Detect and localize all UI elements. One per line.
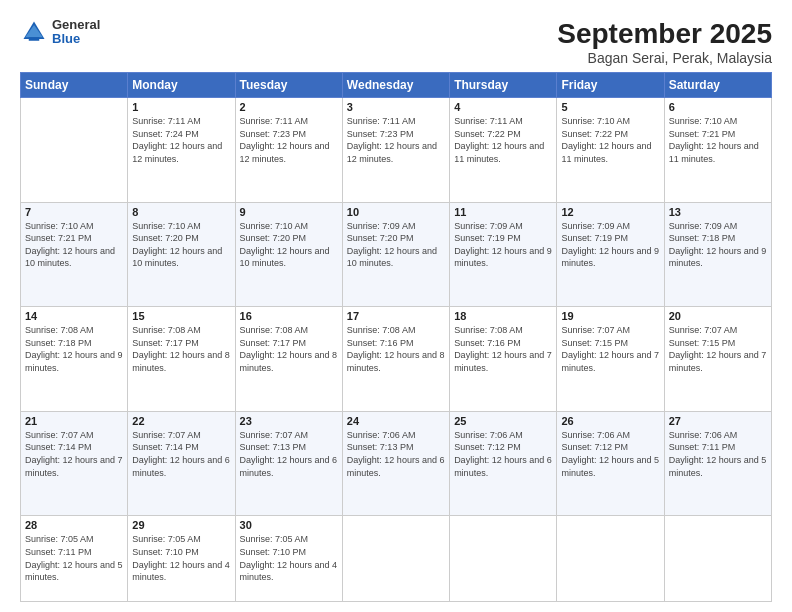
day-info: Sunrise: 7:08 AMSunset: 7:18 PMDaylight:…	[25, 324, 123, 374]
day-info: Sunrise: 7:08 AMSunset: 7:17 PMDaylight:…	[132, 324, 230, 374]
table-row: 11Sunrise: 7:09 AMSunset: 7:19 PMDayligh…	[450, 202, 557, 307]
month-title: September 2025	[557, 18, 772, 50]
day-number: 22	[132, 415, 230, 427]
table-row: 18Sunrise: 7:08 AMSunset: 7:16 PMDayligh…	[450, 307, 557, 412]
day-info: Sunrise: 7:05 AMSunset: 7:10 PMDaylight:…	[132, 533, 230, 583]
calendar-week-4: 21Sunrise: 7:07 AMSunset: 7:14 PMDayligh…	[21, 411, 772, 516]
table-row: 21Sunrise: 7:07 AMSunset: 7:14 PMDayligh…	[21, 411, 128, 516]
table-row: 16Sunrise: 7:08 AMSunset: 7:17 PMDayligh…	[235, 307, 342, 412]
table-row: 1Sunrise: 7:11 AMSunset: 7:24 PMDaylight…	[128, 98, 235, 203]
table-row: 9Sunrise: 7:10 AMSunset: 7:20 PMDaylight…	[235, 202, 342, 307]
table-row: 15Sunrise: 7:08 AMSunset: 7:17 PMDayligh…	[128, 307, 235, 412]
day-info: Sunrise: 7:05 AMSunset: 7:11 PMDaylight:…	[25, 533, 123, 583]
day-info: Sunrise: 7:07 AMSunset: 7:14 PMDaylight:…	[132, 429, 230, 479]
header-saturday: Saturday	[664, 73, 771, 98]
day-number: 28	[25, 519, 123, 531]
calendar-body: 1Sunrise: 7:11 AMSunset: 7:24 PMDaylight…	[21, 98, 772, 602]
day-info: Sunrise: 7:09 AMSunset: 7:20 PMDaylight:…	[347, 220, 445, 270]
day-number: 1	[132, 101, 230, 113]
header: General Blue September 2025 Bagan Serai,…	[20, 18, 772, 66]
day-info: Sunrise: 7:10 AMSunset: 7:22 PMDaylight:…	[561, 115, 659, 165]
logo-general: General	[52, 18, 100, 32]
page: General Blue September 2025 Bagan Serai,…	[0, 0, 792, 612]
day-info: Sunrise: 7:08 AMSunset: 7:17 PMDaylight:…	[240, 324, 338, 374]
day-number: 8	[132, 206, 230, 218]
day-info: Sunrise: 7:11 AMSunset: 7:24 PMDaylight:…	[132, 115, 230, 165]
logo-blue: Blue	[52, 32, 100, 46]
table-row: 28Sunrise: 7:05 AMSunset: 7:11 PMDayligh…	[21, 516, 128, 602]
day-number: 3	[347, 101, 445, 113]
day-info: Sunrise: 7:08 AMSunset: 7:16 PMDaylight:…	[454, 324, 552, 374]
table-row: 10Sunrise: 7:09 AMSunset: 7:20 PMDayligh…	[342, 202, 449, 307]
table-row: 5Sunrise: 7:10 AMSunset: 7:22 PMDaylight…	[557, 98, 664, 203]
calendar-week-2: 7Sunrise: 7:10 AMSunset: 7:21 PMDaylight…	[21, 202, 772, 307]
day-number: 27	[669, 415, 767, 427]
day-info: Sunrise: 7:07 AMSunset: 7:15 PMDaylight:…	[561, 324, 659, 374]
logo-text: General Blue	[52, 18, 100, 47]
table-row: 6Sunrise: 7:10 AMSunset: 7:21 PMDaylight…	[664, 98, 771, 203]
table-row: 23Sunrise: 7:07 AMSunset: 7:13 PMDayligh…	[235, 411, 342, 516]
day-number: 29	[132, 519, 230, 531]
table-row: 12Sunrise: 7:09 AMSunset: 7:19 PMDayligh…	[557, 202, 664, 307]
header-tuesday: Tuesday	[235, 73, 342, 98]
day-number: 18	[454, 310, 552, 322]
day-number: 14	[25, 310, 123, 322]
day-number: 11	[454, 206, 552, 218]
header-wednesday: Wednesday	[342, 73, 449, 98]
day-info: Sunrise: 7:10 AMSunset: 7:21 PMDaylight:…	[669, 115, 767, 165]
day-info: Sunrise: 7:07 AMSunset: 7:13 PMDaylight:…	[240, 429, 338, 479]
day-number: 17	[347, 310, 445, 322]
day-info: Sunrise: 7:09 AMSunset: 7:19 PMDaylight:…	[454, 220, 552, 270]
day-number: 10	[347, 206, 445, 218]
calendar-week-5: 28Sunrise: 7:05 AMSunset: 7:11 PMDayligh…	[21, 516, 772, 602]
day-info: Sunrise: 7:10 AMSunset: 7:20 PMDaylight:…	[240, 220, 338, 270]
day-info: Sunrise: 7:06 AMSunset: 7:12 PMDaylight:…	[561, 429, 659, 479]
table-row: 13Sunrise: 7:09 AMSunset: 7:18 PMDayligh…	[664, 202, 771, 307]
logo: General Blue	[20, 18, 100, 47]
day-number: 24	[347, 415, 445, 427]
day-number: 19	[561, 310, 659, 322]
table-row: 19Sunrise: 7:07 AMSunset: 7:15 PMDayligh…	[557, 307, 664, 412]
day-number: 5	[561, 101, 659, 113]
table-row: 7Sunrise: 7:10 AMSunset: 7:21 PMDaylight…	[21, 202, 128, 307]
day-number: 21	[25, 415, 123, 427]
day-number: 7	[25, 206, 123, 218]
day-info: Sunrise: 7:06 AMSunset: 7:12 PMDaylight:…	[454, 429, 552, 479]
svg-rect-2	[29, 38, 40, 42]
header-monday: Monday	[128, 73, 235, 98]
table-row: 30Sunrise: 7:05 AMSunset: 7:10 PMDayligh…	[235, 516, 342, 602]
day-info: Sunrise: 7:11 AMSunset: 7:22 PMDaylight:…	[454, 115, 552, 165]
table-row: 14Sunrise: 7:08 AMSunset: 7:18 PMDayligh…	[21, 307, 128, 412]
calendar-table: Sunday Monday Tuesday Wednesday Thursday…	[20, 72, 772, 602]
table-row: 25Sunrise: 7:06 AMSunset: 7:12 PMDayligh…	[450, 411, 557, 516]
day-number: 16	[240, 310, 338, 322]
day-info: Sunrise: 7:06 AMSunset: 7:13 PMDaylight:…	[347, 429, 445, 479]
header-friday: Friday	[557, 73, 664, 98]
table-row	[664, 516, 771, 602]
day-number: 13	[669, 206, 767, 218]
table-row	[21, 98, 128, 203]
day-number: 30	[240, 519, 338, 531]
day-number: 26	[561, 415, 659, 427]
logo-icon	[20, 18, 48, 46]
day-info: Sunrise: 7:09 AMSunset: 7:18 PMDaylight:…	[669, 220, 767, 270]
table-row: 3Sunrise: 7:11 AMSunset: 7:23 PMDaylight…	[342, 98, 449, 203]
header-row: Sunday Monday Tuesday Wednesday Thursday…	[21, 73, 772, 98]
table-row: 29Sunrise: 7:05 AMSunset: 7:10 PMDayligh…	[128, 516, 235, 602]
day-number: 12	[561, 206, 659, 218]
day-info: Sunrise: 7:06 AMSunset: 7:11 PMDaylight:…	[669, 429, 767, 479]
location-subtitle: Bagan Serai, Perak, Malaysia	[557, 50, 772, 66]
table-row	[557, 516, 664, 602]
calendar-week-1: 1Sunrise: 7:11 AMSunset: 7:24 PMDaylight…	[21, 98, 772, 203]
day-info: Sunrise: 7:10 AMSunset: 7:21 PMDaylight:…	[25, 220, 123, 270]
table-row: 27Sunrise: 7:06 AMSunset: 7:11 PMDayligh…	[664, 411, 771, 516]
table-row	[342, 516, 449, 602]
day-info: Sunrise: 7:09 AMSunset: 7:19 PMDaylight:…	[561, 220, 659, 270]
day-info: Sunrise: 7:07 AMSunset: 7:15 PMDaylight:…	[669, 324, 767, 374]
table-row	[450, 516, 557, 602]
day-number: 4	[454, 101, 552, 113]
table-row: 8Sunrise: 7:10 AMSunset: 7:20 PMDaylight…	[128, 202, 235, 307]
day-info: Sunrise: 7:08 AMSunset: 7:16 PMDaylight:…	[347, 324, 445, 374]
table-row: 17Sunrise: 7:08 AMSunset: 7:16 PMDayligh…	[342, 307, 449, 412]
svg-marker-1	[25, 25, 43, 37]
